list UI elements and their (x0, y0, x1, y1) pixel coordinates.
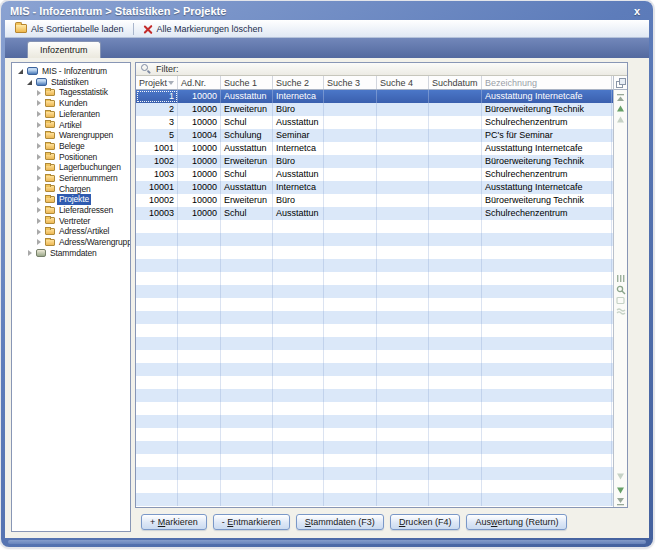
load-sort-table-button[interactable]: Als Sortiertabelle laden (9, 23, 130, 35)
tree-item-lieferadressen[interactable]: Lieferadressen (12, 205, 130, 216)
table-row[interactable]: 100110000AusstattunInternetcaAusstattung… (136, 142, 613, 155)
empty-row[interactable] (136, 402, 613, 415)
empty-row[interactable] (136, 220, 613, 233)
filter-wave-icon[interactable] (615, 306, 626, 317)
scroll-down-icon[interactable] (615, 485, 626, 496)
button-stammdaten-f3[interactable]: Stammdaten (F3) (296, 514, 384, 530)
tree-item-belege[interactable]: Belege (12, 141, 130, 152)
table-row[interactable]: 1000310000SchulAusstattunSchulrechenzent… (136, 207, 613, 220)
grid-filter-row[interactable]: Filter: (136, 63, 627, 76)
tree-item-adress-warengruppen[interactable]: Adress/Warengruppen (12, 237, 130, 248)
column-chooser-icon[interactable] (615, 77, 626, 88)
empty-row[interactable] (136, 363, 613, 376)
tab-infozentrum[interactable]: Infozentrum (27, 41, 101, 58)
tree-item-projekte[interactable]: Projekte (12, 194, 130, 205)
collapsed-arrow-icon[interactable] (34, 143, 43, 149)
column-header-suche-4[interactable]: Suche 4 (377, 76, 429, 89)
scroll-up-faint-icon[interactable] (615, 114, 626, 125)
collapsed-arrow-icon[interactable] (34, 154, 43, 160)
tree-item-seriennummern[interactable]: Seriennummern (12, 173, 130, 184)
fit-columns-icon[interactable] (615, 273, 626, 284)
table-row[interactable]: 210000ErweiterunBüroBüroerweiterung Tech… (136, 103, 613, 116)
find-icon[interactable] (615, 295, 626, 306)
column-header-suchdatum[interactable]: Suchdatum (429, 76, 482, 89)
empty-row[interactable] (136, 480, 613, 493)
table-row[interactable]: 510004SchulungSeminarPC's für Seminar (136, 129, 613, 142)
collapsed-arrow-icon[interactable] (34, 175, 43, 181)
column-header-suche-3[interactable]: Suche 3 (324, 76, 377, 89)
table-row[interactable]: 310000SchulAusstattunSchulrechenzentrum (136, 116, 613, 129)
table-row[interactable]: 110000AusstattunInternetcaAusstattung In… (136, 90, 613, 103)
column-header-ad-nr[interactable]: Ad.Nr. (178, 76, 221, 89)
empty-row[interactable] (136, 441, 613, 454)
empty-row[interactable] (136, 285, 613, 298)
clear-all-marks-button[interactable]: Alle Markierungen löschen (137, 23, 269, 35)
button-drucken-f4[interactable]: Drucken (F4) (390, 514, 461, 530)
button-auswertung-return[interactable]: Auswertung (Return) (466, 514, 567, 530)
empty-row[interactable] (136, 246, 613, 259)
collapsed-arrow-icon[interactable] (34, 186, 43, 192)
collapsed-arrow-icon[interactable] (25, 250, 34, 256)
collapsed-arrow-icon[interactable] (34, 90, 43, 96)
title-bar[interactable]: MIS - Infozentrum > Statistiken > Projek… (1, 1, 653, 20)
expanded-arrow-icon[interactable] (16, 69, 25, 74)
button-entmarkieren[interactable]: - Entmarkieren (213, 514, 290, 530)
collapsed-arrow-icon[interactable] (34, 229, 43, 235)
column-header-suche-2[interactable]: Suche 2 (273, 76, 324, 89)
collapsed-arrow-icon[interactable] (34, 197, 43, 203)
empty-row[interactable] (136, 259, 613, 272)
button-markieren[interactable]: + Markieren (141, 514, 207, 530)
expanded-arrow-icon[interactable] (25, 80, 34, 85)
close-button[interactable]: x (630, 5, 644, 17)
tree-item-stammdaten[interactable]: Stammdaten (12, 248, 130, 259)
column-header-bezeichnung[interactable]: Bezeichnung (482, 76, 612, 89)
empty-row[interactable] (136, 350, 613, 363)
column-header-projekt[interactable]: Projekt (136, 76, 178, 89)
empty-row[interactable] (136, 272, 613, 285)
empty-row[interactable] (136, 337, 613, 350)
cell (482, 246, 612, 259)
collapsed-arrow-icon[interactable] (34, 132, 43, 138)
empty-row[interactable] (136, 467, 613, 480)
tree-item-vertreter[interactable]: Vertreter (12, 216, 130, 227)
cell (324, 181, 377, 194)
empty-row[interactable] (136, 389, 613, 402)
collapsed-arrow-icon[interactable] (34, 111, 43, 117)
empty-row[interactable] (136, 298, 613, 311)
empty-row[interactable] (136, 324, 613, 337)
tree-item-kunden[interactable]: Kunden (12, 98, 130, 109)
tree-item-positionen[interactable]: Positionen (12, 152, 130, 163)
search-icon[interactable] (615, 284, 626, 295)
tree-item-chargen[interactable]: Chargen (12, 184, 130, 195)
empty-row[interactable] (136, 376, 613, 389)
table-row[interactable]: 100210000ErweiterunBüroBüroerweiterung T… (136, 155, 613, 168)
collapsed-arrow-icon[interactable] (34, 165, 43, 171)
empty-row[interactable] (136, 428, 613, 441)
collapsed-arrow-icon[interactable] (34, 100, 43, 106)
empty-row[interactable] (136, 493, 613, 506)
tree-item-tagesstatistik[interactable]: Tagesstatistik (12, 87, 130, 98)
scroll-bottom-icon[interactable] (615, 496, 626, 507)
collapsed-arrow-icon[interactable] (34, 207, 43, 213)
scroll-up-icon[interactable] (615, 103, 626, 114)
table-row[interactable]: 1000210000ErweiterunBüroBüroerweiterung … (136, 194, 613, 207)
empty-row[interactable] (136, 311, 613, 324)
scroll-top-icon[interactable] (615, 92, 626, 103)
tree-item-warengruppen[interactable]: Warengruppen (12, 130, 130, 141)
tree-item-mis-infozentrum[interactable]: MIS - Infozentrum (12, 66, 130, 77)
collapsed-arrow-icon[interactable] (34, 218, 43, 224)
collapsed-arrow-icon[interactable] (34, 239, 43, 245)
table-row[interactable]: 1000110000AusstattunInternetcaAusstattun… (136, 181, 613, 194)
scroll-down-faint-icon[interactable] (615, 471, 626, 482)
collapsed-arrow-icon[interactable] (34, 122, 43, 128)
empty-row[interactable] (136, 233, 613, 246)
empty-row[interactable] (136, 415, 613, 428)
tree-item-lagerbuchungen[interactable]: Lagerbuchungen (12, 162, 130, 173)
tree-item-lieferanten[interactable]: Lieferanten (12, 109, 130, 120)
tree-item-statistiken[interactable]: Statistiken (12, 77, 130, 88)
empty-row[interactable] (136, 454, 613, 467)
table-row[interactable]: 100310000SchulAusstattunSchulrechenzentr… (136, 168, 613, 181)
column-header-suche-1[interactable]: Suche 1 (221, 76, 273, 89)
tree-item-adress-artikel[interactable]: Adress/Artikel (12, 226, 130, 237)
tree-item-artikel[interactable]: Artikel (12, 119, 130, 130)
